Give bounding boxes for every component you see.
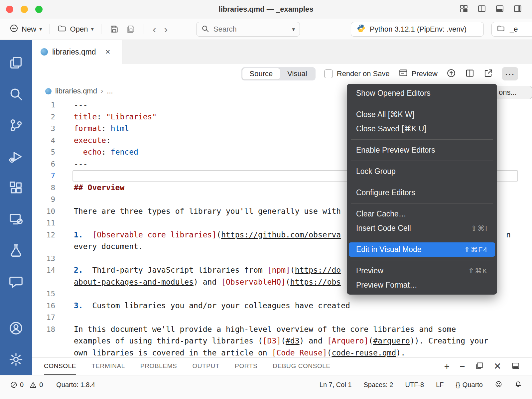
cursor-position-status[interactable]: Ln 7, Col 1 [320,381,352,389]
panel-tab-problems[interactable]: PROBLEMS [140,358,177,375]
interpreter-label: Python 3.12.1 (PipEnv: .venv) [370,25,466,34]
open-external-icon[interactable] [483,68,493,79]
menu-item-clear-cache[interactable]: Clear Cache… [349,207,495,221]
search-box[interactable]: ▾ [196,22,300,37]
menu-item-label: Preview [356,266,383,275]
menu-item-configure-editors[interactable]: Configure Editors [349,186,495,200]
panel-minimize-icon[interactable]: − [460,362,465,371]
sidebar-item-chat[interactable] [0,266,32,297]
menu-item-shortcut: ⇧⌘K [468,267,488,275]
code-token [74,148,83,156]
panel-tab-console[interactable]: CONSOLE [44,358,76,375]
panel-tab-debug-console[interactable]: DEBUG CONSOLE [273,358,331,375]
breadcrumb-file[interactable]: libraries.qmd [55,87,97,95]
menu-item-label: Preview Format… [356,281,417,290]
line-number: 7 [32,170,65,182]
menu-item-close-saved-k-u[interactable]: Close Saved [⌘K U] [349,122,495,136]
render-on-save-option[interactable]: Render on Save [324,69,390,78]
toggle-panel-icon[interactable] [495,4,505,15]
chevron-right-icon: › [101,87,103,95]
toggle-secondary-sidebar-icon[interactable] [513,4,523,15]
menu-item-preview[interactable]: Preview⇧⌘K [349,264,495,278]
account-button[interactable] [0,313,32,344]
new-button[interactable]: New ▾ [7,22,45,37]
panel-tab-ports[interactable]: PORTS [235,358,257,375]
search-input[interactable] [213,25,279,34]
code-line-text: 3. Custom libraries you and/or your coll… [65,300,532,312]
code-row[interactable]: examples of using third-party libraries … [32,335,532,347]
monitor-icon [8,211,24,227]
workspace-button[interactable]: _e [491,22,532,37]
line-number: 11 [32,217,65,229]
navigate-back-icon[interactable]: ‹ [153,24,156,35]
code-token: about-packages-and-modules [74,278,194,286]
menu-item-enable-preview-editors[interactable]: Enable Preview Editors [349,143,495,157]
indentation-status[interactable]: Spaces: 2 [364,381,393,389]
source-mode-button[interactable]: Source [242,68,280,79]
split-editor-layout-icon[interactable] [477,4,487,15]
menu-item-edit-in-visual-mode[interactable]: Edit in Visual Mode⇧⌘F4 [349,242,495,257]
language-mode-status[interactable]: {} Quarto [456,381,483,389]
breadcrumb-symbol[interactable]: ... [107,87,113,95]
activity-bar [0,40,32,375]
encoding-status[interactable]: UTF-8 [405,381,424,389]
code-row[interactable]: own libraries is covered in the article … [32,347,532,358]
code-line-text [65,312,532,324]
code-token: format [74,124,101,133]
code-token: There are three types of library you'll … [74,207,341,215]
code-token: html [111,124,129,133]
panel-tab-output[interactable]: OUTPUT [192,358,219,375]
preview-button[interactable]: Preview [398,68,438,80]
render-on-save-checkbox[interactable] [324,69,333,78]
settings-button[interactable] [0,344,32,375]
sidebar-item-search[interactable] [0,78,32,110]
visual-mode-button[interactable]: Visual [280,68,315,79]
navigate-forward-icon[interactable]: › [164,24,168,35]
line-number: 2 [32,111,65,123]
interpreter-selector[interactable]: Python 3.12.1 (PipEnv: .venv) [351,22,484,37]
sidebar-item-extensions[interactable] [0,172,32,203]
menu-item-lock-group[interactable]: Lock Group [349,164,495,179]
save-all-icon[interactable] [126,24,136,34]
line-number: 9 [32,194,65,205]
sidebar-item-explorer[interactable] [0,47,32,78]
notifications-button[interactable] [514,380,522,390]
sidebar-item-testing[interactable] [0,235,32,266]
sidebar-item-source-control[interactable] [0,110,32,141]
panel-layout-icon[interactable] [511,361,520,371]
quarto-file-icon [45,88,52,94]
panel-close-icon[interactable]: ✕ [494,362,501,371]
more-actions-button[interactable]: ⋯ [502,67,518,80]
eol-status[interactable]: LF [436,381,444,389]
panel-tab-terminal[interactable]: TERMINAL [91,358,125,375]
menu-item-preview-format[interactable]: Preview Format… [349,278,495,292]
panel-plus-icon[interactable]: + [444,362,450,371]
save-icon[interactable] [109,24,119,34]
code-token: [Observable core libraries] [92,230,216,239]
split-editor-icon[interactable] [465,68,475,79]
code-row[interactable]: 17 [32,312,532,324]
sidebar-item-connections[interactable] [0,203,32,235]
code-row[interactable]: 163. Custom libraries you and/or your co… [32,300,532,312]
problems-status[interactable]: 0 0 [10,381,43,389]
window-title: libraries.qmd — _examples [0,5,532,14]
menu-item-label: Edit in Visual Mode [356,245,421,254]
feedback-button[interactable] [495,380,502,390]
menu-item-show-opened-editors[interactable]: Show Opened Editors [349,86,495,100]
sidebar-item-run-debug[interactable] [0,141,32,172]
line-number [32,335,65,347]
close-tab-icon[interactable]: ✕ [105,48,111,56]
menu-item-label: Close Saved [⌘K U] [356,124,426,133]
menu-item-insert-code-cell[interactable]: Insert Code Cell⇧⌘I [349,221,495,235]
menu-item-close-all-k-w[interactable]: Close All [⌘K W] [349,107,495,122]
code-row[interactable]: 18In this document we'll provide a high-… [32,324,532,335]
tab-libraries-qmd[interactable]: libraries.qmd ✕ [32,40,122,64]
open-button[interactable]: Open ▾ [55,22,96,37]
quarto-version-status[interactable]: Quarto: 1.8.4 [56,381,95,389]
search-icon [201,25,209,34]
customize-layout-icon[interactable] [459,4,469,15]
panel-restore-icon[interactable] [475,361,484,371]
code-token: --- [74,160,88,168]
code-token: echo [83,148,101,156]
render-publish-icon[interactable] [446,68,456,79]
